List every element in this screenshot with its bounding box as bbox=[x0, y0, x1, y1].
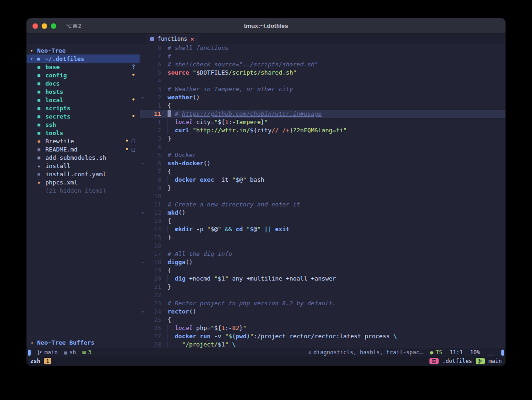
buffer-tab-functions[interactable]: functions × bbox=[146, 34, 199, 44]
code-line[interactable]: 22 bbox=[140, 291, 505, 299]
tree-item-tools[interactable]: ■tools bbox=[27, 129, 140, 137]
tmux-session-name[interactable]: .dotfiles bbox=[442, 358, 472, 364]
code-line[interactable]: ▾2weather() bbox=[140, 93, 505, 102]
tree-item-brewfile[interactable]: ●Brewfile•□ bbox=[27, 137, 140, 145]
buffer-file-icon bbox=[150, 37, 154, 41]
code-line[interactable]: 1{ bbox=[140, 102, 505, 110]
code-token: source bbox=[168, 69, 189, 76]
code-line[interactable]: 13{ bbox=[140, 217, 505, 225]
fold-column bbox=[140, 85, 147, 93]
code-line[interactable]: 10 bbox=[140, 192, 505, 200]
tree-item-local[interactable]: ■local• bbox=[27, 96, 140, 104]
folder-icon: ■ bbox=[38, 89, 45, 94]
fold-column bbox=[140, 44, 147, 52]
fold-column bbox=[140, 266, 147, 275]
code-line[interactable]: ▾18digga() bbox=[140, 258, 505, 266]
code-line[interactable]: 28▏ "/project/$1" \ bbox=[140, 341, 505, 348]
code-line[interactable]: 7# bbox=[140, 52, 505, 60]
code-line[interactable]: 20▏ dig +nocmd "$1" any +multiline +noal… bbox=[140, 275, 505, 283]
code-line[interactable]: 17# All the dig info bbox=[140, 250, 505, 258]
hidden-items-note[interactable]: (21 hidden items) bbox=[27, 186, 140, 195]
code-token: () bbox=[178, 209, 185, 216]
tmux-window-index-badge[interactable]: 1 bbox=[44, 358, 52, 364]
line-number: 13 bbox=[147, 217, 161, 225]
close-window-button[interactable] bbox=[33, 23, 38, 29]
code-token: cd bbox=[236, 226, 243, 232]
tree-item-ssh[interactable]: ■ssh bbox=[27, 120, 140, 129]
code-line[interactable]: ▾24rector() bbox=[140, 308, 505, 316]
code-line[interactable]: 15} bbox=[140, 233, 505, 242]
code-line[interactable]: 8▏ docker exec -it "$@" bash bbox=[140, 176, 505, 184]
minimize-window-button[interactable] bbox=[42, 23, 47, 29]
code-line[interactable]: 9} bbox=[140, 184, 505, 192]
code-line[interactable]: 2▏ curl "http://wttr.in/${city// /+}?2nF… bbox=[140, 126, 505, 135]
tree-item-phpcs[interactable]: ◈phpcs.xml bbox=[27, 178, 140, 186]
zoom-window-button[interactable] bbox=[51, 23, 56, 29]
folder-icon: ■ bbox=[38, 65, 45, 70]
code-token: exec bbox=[200, 176, 214, 183]
tmux-git-branch[interactable]: main bbox=[489, 358, 502, 364]
code-token: ${city bbox=[250, 127, 271, 134]
code-token: "http://wttr.in/ bbox=[193, 127, 250, 134]
git-branch-segment[interactable]: main bbox=[37, 349, 58, 356]
code-token: { bbox=[168, 267, 171, 274]
code-line[interactable]: 11 # https://github.com/chubin/wttr.in#u… bbox=[140, 110, 505, 118]
neotree-buffers-section[interactable]: › Neo-Tree Buffers bbox=[27, 337, 140, 348]
code-line[interactable]: 3# Weather in Tampere, or other city bbox=[140, 85, 505, 93]
code-token bbox=[271, 226, 275, 232]
code-line[interactable]: 23# Rector project to php version 8.2 by… bbox=[140, 299, 505, 308]
tree-item-hosts[interactable]: ■hosts bbox=[27, 87, 140, 96]
tree-item-label: ssh bbox=[45, 121, 56, 128]
code-text: # Docker bbox=[168, 151, 196, 159]
expander-right-icon: › bbox=[30, 339, 37, 346]
code-line[interactable]: 7{ bbox=[140, 168, 505, 176]
code-line[interactable]: 6# shellcheck source="../scripts/shared.… bbox=[140, 60, 505, 69]
code-line[interactable]: 5source "$DOTFILES/scripts/shared.sh" bbox=[140, 69, 505, 77]
tree-item-scripts[interactable]: ■scripts bbox=[27, 104, 140, 112]
line-number: 6 bbox=[147, 159, 161, 168]
code-line[interactable]: ▾12mkd() bbox=[140, 209, 505, 217]
tree-item-label: base bbox=[45, 64, 60, 70]
tree-item-label: phpcs.xml bbox=[45, 179, 77, 186]
tree-item-root[interactable]: ▾■~/.dotfiles bbox=[27, 54, 140, 63]
code-line[interactable]: 25{ bbox=[140, 316, 505, 324]
code-line[interactable]: 5# Docker bbox=[140, 151, 505, 159]
tree-item-config[interactable]: ■config• bbox=[27, 71, 140, 79]
code-token: } bbox=[168, 135, 171, 142]
code-line[interactable]: 4 bbox=[140, 143, 505, 151]
tmux-window-name[interactable]: zsh bbox=[30, 358, 40, 364]
code-token: pwd bbox=[236, 333, 246, 340]
code-token: " bbox=[225, 333, 228, 340]
line-number: 2 bbox=[147, 93, 161, 102]
code-line[interactable]: 27▏ docker run -v "$(pwd)":/project rect… bbox=[140, 332, 505, 341]
tree-item-base[interactable]: ■base? bbox=[27, 63, 140, 71]
code-line[interactable]: 21} bbox=[140, 283, 505, 291]
code-line[interactable]: 19{ bbox=[140, 266, 505, 275]
code-line[interactable]: 16 bbox=[140, 242, 505, 250]
tree-item-docs[interactable]: ■docs bbox=[27, 79, 140, 87]
tree-item-add-submodules[interactable]: ■add-submodules.sh bbox=[27, 153, 140, 162]
code-line[interactable]: 1▏ local city="${1:-Tampere}" bbox=[140, 118, 505, 126]
code-line[interactable]: 14▏ mkdir -p "$@" && cd "$@" || exit bbox=[140, 225, 505, 233]
titlebar[interactable]: ⌥⌘2 tmux:~/.dotfiles bbox=[27, 18, 505, 34]
code-line[interactable]: 26▏ local php="${1:-82}" bbox=[140, 324, 505, 332]
tree-item-secrets[interactable]: ■secrets• bbox=[27, 112, 140, 120]
code-line[interactable]: 8# shell functions bbox=[140, 44, 505, 52]
code-line[interactable]: 3} bbox=[140, 135, 505, 143]
code-line[interactable]: ▾6ssh-docker() bbox=[140, 159, 505, 168]
code-line[interactable]: 4 bbox=[140, 77, 505, 85]
code-text: # shell functions bbox=[168, 44, 228, 52]
tree-item-install-conf[interactable]: ⚙install.conf.yaml bbox=[27, 170, 140, 178]
fold-icon: ▾ bbox=[140, 159, 147, 168]
code-area[interactable]: 8# shell functions 7# 6# shellcheck sour… bbox=[140, 44, 505, 348]
neotree-list: ▾Neo-Tree▾■~/.dotfiles■base?■config•■doc… bbox=[27, 44, 140, 337]
tree-item-install[interactable]: ★install bbox=[27, 162, 140, 170]
neotree-title[interactable]: ▾Neo-Tree bbox=[27, 46, 140, 54]
code-line[interactable]: 11# Create a new directory and enter it bbox=[140, 200, 505, 209]
code-token: ▏ bbox=[168, 341, 171, 348]
fold-icon: ▾ bbox=[140, 258, 147, 266]
tree-item-readme[interactable]: ■README.md•□ bbox=[27, 145, 140, 153]
filetype-label: sh bbox=[70, 349, 76, 356]
fold-column bbox=[140, 217, 147, 225]
close-buffer-icon[interactable]: × bbox=[190, 36, 194, 42]
